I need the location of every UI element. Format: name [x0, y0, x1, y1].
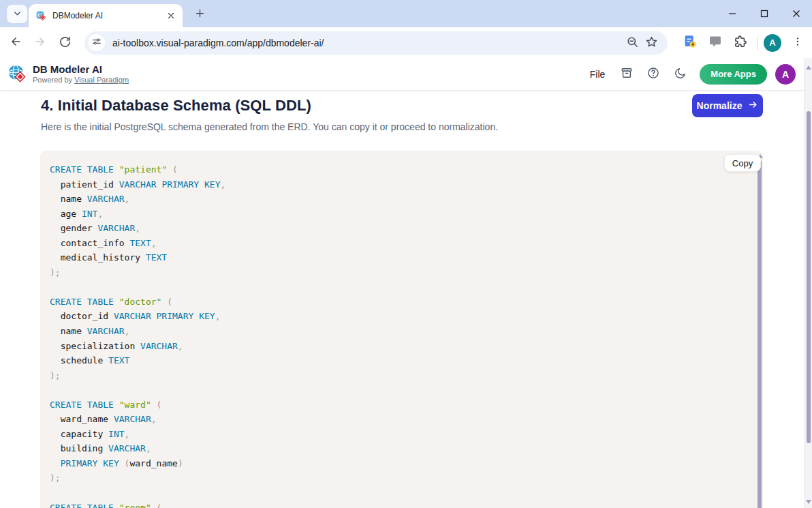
magnifier-minus-icon — [626, 35, 639, 50]
code-line — [50, 485, 749, 500]
code-line: name VARCHAR, — [50, 324, 749, 339]
normalize-button[interactable]: Normalize — [692, 94, 763, 117]
chevron-down-icon — [13, 9, 22, 20]
code-line: patient_id VARCHAR PRIMARY KEY, — [50, 177, 749, 192]
sql-code: CREATE TABLE "patient" ( patient_id VARC… — [40, 151, 763, 508]
site-favicon-icon — [35, 10, 47, 22]
plus-icon — [195, 8, 205, 20]
code-line: building VARCHAR, — [50, 441, 749, 456]
visual-paradigm-link[interactable]: Visual Paradigm — [74, 76, 129, 84]
tab-title: DBModeler AI — [52, 11, 165, 20]
dark-mode-toggle[interactable] — [668, 63, 691, 86]
star-icon — [645, 35, 658, 50]
app-user-avatar[interactable]: A — [775, 64, 796, 85]
code-line: CREATE TABLE "doctor" ( — [50, 295, 749, 310]
page-scrollbar — [804, 58, 812, 508]
page-scroll-up-icon[interactable] — [805, 63, 812, 72]
reload-icon — [59, 35, 72, 50]
window-close-button[interactable] — [780, 0, 812, 27]
code-line: age INT, — [50, 207, 749, 222]
arrow-right-icon — [33, 35, 47, 50]
translate-page-button[interactable] — [680, 33, 700, 53]
code-line: PRIMARY KEY (ward_name) — [50, 456, 749, 471]
browser-profile-avatar[interactable]: A — [764, 34, 781, 52]
back-button[interactable] — [5, 32, 27, 54]
site-info-button[interactable] — [88, 34, 105, 51]
app-logo-icon — [7, 64, 28, 85]
code-line: medical_history TEXT — [50, 250, 749, 265]
browser-menu-button[interactable] — [787, 33, 808, 53]
page-subtitle: Here is the initial PostgreSQL schema ge… — [41, 121, 498, 132]
window-maximize-button[interactable] — [748, 0, 780, 27]
code-line — [50, 280, 749, 295]
code-line: contact_info TEXT, — [50, 236, 749, 251]
kebab-menu-icon — [792, 36, 803, 49]
code-scrollbar — [757, 151, 763, 508]
window-minimize-button[interactable] — [716, 0, 748, 27]
avatar-letter: A — [769, 38, 775, 48]
url-text: ai-toolbox.visual-paradigm.com/app/dbmod… — [112, 38, 623, 48]
app-header-actions: File More Apps A — [583, 63, 804, 86]
extensions-button[interactable] — [730, 33, 751, 53]
sql-code-block: CREATE TABLE "patient" ( patient_id VARC… — [40, 151, 763, 508]
code-scrollbar-thumb[interactable] — [758, 160, 762, 508]
browser-toolbar: ai-toolbox.visual-paradigm.com/app/dbmod… — [0, 27, 812, 58]
code-line: gender VARCHAR, — [50, 221, 749, 236]
copy-button[interactable]: Copy — [724, 154, 761, 172]
page-title: 4. Initial Database Schema (SQL DDL) — [41, 97, 311, 115]
app-name: DB Modeler AI — [33, 63, 129, 75]
code-line: ); — [50, 265, 749, 280]
code-line: specialization VARCHAR, — [50, 339, 749, 354]
puzzle-icon — [734, 35, 747, 50]
code-line: capacity INT, — [50, 427, 749, 442]
main-content: 4. Initial Database Schema (SQL DDL) Her… — [0, 91, 804, 508]
app-title-block: DB Modeler AI Powered by Visual Paradigm — [33, 63, 129, 85]
app-header: DB Modeler AI Powered by Visual Paradigm… — [0, 58, 804, 91]
code-line: CREATE TABLE "room" ( — [50, 500, 749, 508]
code-line — [50, 383, 749, 398]
code-line: ); — [50, 470, 749, 485]
forward-button[interactable] — [29, 32, 51, 54]
tab-strip: DBModeler AI — [0, 0, 812, 27]
powered-by: Powered by Visual Paradigm — [33, 76, 129, 85]
browser-tab[interactable]: DBModeler AI — [29, 4, 183, 27]
moon-icon — [674, 67, 687, 82]
page-scrollbar-thumb[interactable] — [807, 111, 811, 443]
archive-button[interactable] — [615, 63, 638, 86]
tab-close-icon[interactable] — [165, 10, 177, 22]
chat-bubble-icon — [708, 35, 722, 50]
code-line: CREATE TABLE "ward" ( — [50, 398, 749, 413]
code-line: doctor_id VARCHAR PRIMARY KEY, — [50, 309, 749, 324]
arrow-right-icon — [748, 100, 758, 112]
help-button[interactable] — [642, 63, 665, 86]
file-menu[interactable]: File — [583, 65, 612, 84]
code-line: CREATE TABLE "patient" ( — [50, 162, 749, 177]
toolbar-separator — [757, 36, 758, 50]
bookmark-button[interactable] — [642, 33, 661, 53]
code-line: schedule TEXT — [50, 353, 749, 368]
arrow-left-icon — [9, 35, 22, 50]
address-bar[interactable]: ai-toolbox.visual-paradigm.com/app/dbmod… — [84, 31, 668, 55]
zoom-out-button[interactable] — [623, 33, 642, 53]
browser-window: DBModeler AI — [0, 0, 812, 508]
archive-icon — [620, 66, 634, 82]
tune-icon — [92, 37, 102, 49]
document-download-icon — [683, 34, 698, 51]
new-tab-button[interactable] — [191, 5, 208, 23]
code-line: ward_name VARCHAR, — [50, 412, 749, 427]
window-controls — [716, 0, 812, 27]
tab-search-button[interactable] — [7, 5, 27, 23]
feedback-button[interactable] — [705, 33, 725, 53]
code-line: ); — [50, 368, 749, 383]
help-icon — [646, 66, 660, 82]
reload-button[interactable] — [54, 32, 76, 54]
code-line: name VARCHAR, — [50, 192, 749, 207]
more-apps-button[interactable]: More Apps — [700, 64, 767, 85]
page-scroll-down-icon[interactable] — [805, 498, 812, 506]
